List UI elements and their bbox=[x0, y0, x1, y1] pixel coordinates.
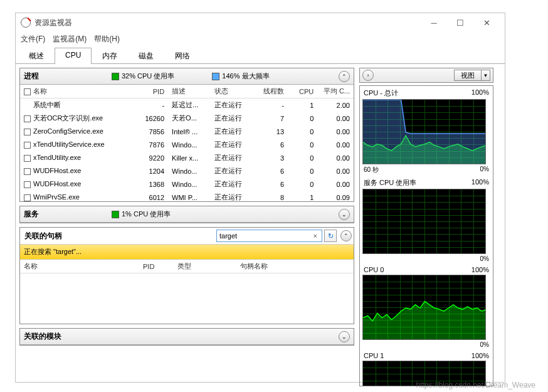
row-checkbox[interactable] bbox=[24, 142, 31, 149]
chart-block: 服务 CPU 使用率100%0% bbox=[362, 178, 490, 262]
handles-search-wrap: × bbox=[216, 230, 322, 242]
chart-block: CPU 0100%0% bbox=[362, 266, 490, 348]
table-row[interactable]: WUDFHost.exe1204Windo...正在运行600.00 bbox=[20, 164, 354, 177]
services-cpu-icon bbox=[112, 211, 119, 218]
view-dropdown-button[interactable]: ▼ bbox=[482, 70, 490, 81]
column-header[interactable]: 平均 C... bbox=[317, 85, 354, 98]
handles-table: 名称PID类型句柄名称 bbox=[20, 260, 354, 273]
view-button[interactable]: 视图 bbox=[454, 70, 482, 81]
chart-max: 100% bbox=[472, 178, 489, 188]
row-checkbox[interactable] bbox=[24, 168, 31, 175]
chart-max: 100% bbox=[472, 266, 489, 273]
row-checkbox[interactable] bbox=[24, 115, 31, 122]
menu-monitor[interactable]: 监视器(M) bbox=[53, 34, 87, 45]
modules-title: 关联的模块 bbox=[24, 331, 112, 342]
table-row[interactable]: ZeroConfigService.exe7856Intel® ...正在运行1… bbox=[20, 125, 354, 138]
handles-title: 关联的句柄 bbox=[22, 231, 216, 241]
chart-title: CPU - 总计 bbox=[364, 88, 398, 98]
table-row[interactable]: WUDFHost.exe1368Windo...正在运行600.00 bbox=[20, 177, 354, 191]
chart-area bbox=[362, 275, 486, 340]
chart-max: 100% bbox=[472, 352, 489, 359]
titlebar: 资源监视器 ─ ☐ ✕ bbox=[16, 13, 505, 32]
column-header[interactable]: 描述 bbox=[168, 85, 211, 98]
close-button[interactable]: ✕ bbox=[473, 14, 500, 31]
nav-right-button[interactable]: › bbox=[362, 70, 374, 81]
modules-expand-button[interactable]: ⌄ bbox=[339, 331, 350, 342]
minimize-button[interactable]: ─ bbox=[421, 14, 447, 31]
column-header[interactable]: 类型 bbox=[174, 260, 236, 273]
table-row[interactable]: WmiPrvSE.exe6012WMI P...正在运行810.09 bbox=[20, 191, 354, 201]
processes-collapse-button[interactable]: ⌃ bbox=[339, 71, 350, 82]
maximize-button[interactable]: ☐ bbox=[447, 14, 473, 31]
chart-area bbox=[362, 99, 486, 164]
watermark: https://blog.csdn.net/Dream_Weave bbox=[416, 381, 535, 389]
row-checkbox[interactable] bbox=[24, 155, 31, 162]
tab-disk[interactable]: 磁盘 bbox=[128, 48, 164, 64]
charts-container: CPU - 总计100%60 秒0%服务 CPU 使用率100%0%CPU 01… bbox=[359, 85, 493, 386]
tab-overview[interactable]: 概述 bbox=[18, 48, 55, 64]
tab-bar: 概述 CPU 内存 磁盘 网络 bbox=[16, 47, 505, 64]
row-checkbox[interactable] bbox=[24, 181, 31, 188]
refresh-search-button[interactable]: ↻ bbox=[324, 230, 337, 242]
select-all-checkbox[interactable] bbox=[24, 88, 31, 95]
chart-foot-left: 60 秒 bbox=[364, 166, 379, 174]
tab-memory[interactable]: 内存 bbox=[92, 48, 128, 64]
processes-title: 进程 bbox=[24, 71, 112, 82]
table-row[interactable]: xTendUtility.exe9220Killer x...正在运行300.0… bbox=[20, 151, 354, 164]
clear-search-icon[interactable]: × bbox=[312, 232, 319, 240]
column-header[interactable]: PID bbox=[139, 260, 174, 273]
window-title: 资源监视器 bbox=[34, 18, 421, 28]
menu-file[interactable]: 文件(F) bbox=[21, 34, 45, 45]
modules-panel: 关联的模块 ⌄ bbox=[19, 328, 354, 346]
row-checkbox[interactable] bbox=[24, 194, 31, 201]
table-row[interactable]: 天若OCR文字识别.exe16260天若O...正在运行700.00 bbox=[20, 112, 354, 125]
chart-foot-right: 0% bbox=[480, 341, 489, 348]
max-freq-text: 146% 最大频率 bbox=[222, 72, 269, 81]
handles-panel: 关联的句柄 × ↻ ⌃ 正在搜索 "target"... 名称PID类型句柄名称 bbox=[19, 227, 354, 324]
column-header[interactable]: 状态 bbox=[211, 85, 251, 98]
row-checkbox[interactable] bbox=[24, 129, 31, 135]
chart-title: 服务 CPU 使用率 bbox=[364, 178, 416, 188]
table-row[interactable]: 系统中断-延迟过...正在运行-12.00 bbox=[20, 98, 354, 112]
handles-collapse-button[interactable]: ⌃ bbox=[340, 230, 352, 241]
column-header[interactable]: 名称 bbox=[20, 260, 139, 273]
column-header[interactable]: 句柄名称 bbox=[236, 260, 354, 273]
chart-area bbox=[362, 189, 486, 254]
chart-title: CPU 1 bbox=[364, 352, 384, 359]
services-title: 服务 bbox=[24, 209, 112, 220]
handles-search-input[interactable] bbox=[219, 232, 312, 240]
chart-foot-right: 0% bbox=[480, 166, 489, 174]
chart-block: CPU - 总计100%60 秒0% bbox=[362, 88, 490, 174]
services-expand-button[interactable]: ⌄ bbox=[339, 209, 350, 220]
column-header[interactable]: CPU bbox=[288, 85, 317, 98]
chart-title: CPU 0 bbox=[364, 266, 384, 273]
tab-cpu[interactable]: CPU bbox=[55, 48, 92, 64]
app-icon bbox=[21, 18, 31, 28]
cpu-usage-icon bbox=[112, 73, 119, 80]
resource-monitor-window: 资源监视器 ─ ☐ ✕ 文件(F) 监视器(M) 帮助(H) 概述 CPU 内存… bbox=[15, 13, 505, 383]
column-header[interactable]: 线程数 bbox=[251, 85, 288, 98]
table-row[interactable]: xTendUtilityService.exe7876Windo...正在运行6… bbox=[20, 138, 354, 151]
column-header[interactable]: 名称 bbox=[20, 85, 132, 98]
services-cpu-text: 1% CPU 使用率 bbox=[122, 209, 171, 219]
services-panel: 服务 1% CPU 使用率 ⌄ bbox=[19, 206, 354, 223]
processes-table: 名称PID描述状态线程数CPU平均 C... 系统中断-延迟过...正在运行-1… bbox=[20, 85, 354, 201]
chart-foot-right: 0% bbox=[480, 255, 489, 262]
menu-help[interactable]: 帮助(H) bbox=[94, 34, 120, 45]
menubar: 文件(F) 监视器(M) 帮助(H) bbox=[16, 32, 505, 46]
cpu-usage-text: 32% CPU 使用率 bbox=[122, 72, 174, 81]
right-toolbar: › 视图 ▼ bbox=[359, 68, 493, 83]
max-freq-icon bbox=[212, 73, 219, 80]
searching-status: 正在搜索 "target"... bbox=[20, 245, 354, 260]
processes-panel: 进程 32% CPU 使用率 146% 最大频率 ⌃ 名称PID描述状态线程数C… bbox=[19, 68, 354, 202]
tab-network[interactable]: 网络 bbox=[164, 48, 201, 64]
chart-max: 100% bbox=[472, 88, 489, 98]
column-header[interactable]: PID bbox=[132, 85, 168, 98]
